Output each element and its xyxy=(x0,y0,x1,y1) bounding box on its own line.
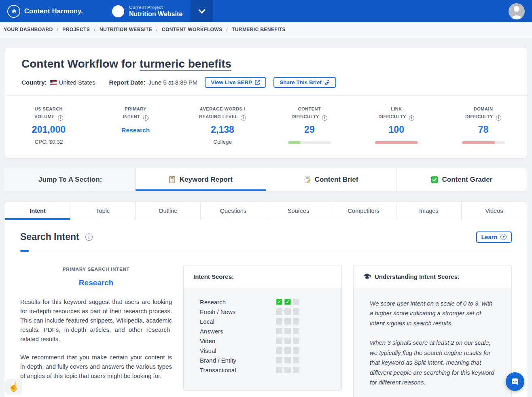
view-live-serp-button[interactable]: View Live SERP xyxy=(205,77,266,88)
stat-value: 100 xyxy=(353,124,440,135)
primary-intent-column: PRIMARY SEARCH INTENT Research Results f… xyxy=(20,265,172,389)
intent-score-row-answers: Answers xyxy=(200,328,299,335)
difficulty-bar-fill xyxy=(375,141,418,144)
tab-questions[interactable]: Questions xyxy=(201,202,266,220)
score-empty-icon xyxy=(293,328,299,334)
info-icon[interactable]: i xyxy=(322,115,327,121)
stat-label: AVERAGE WORDS /READING LEVEL i xyxy=(179,105,266,121)
breadcrumb-item-your-dashboard[interactable]: YOUR DASHBOARD xyxy=(4,27,53,32)
intent-score-label: Video xyxy=(200,338,215,344)
jump-item-label: Keyword Report xyxy=(180,176,233,184)
understanding-paragraph: When 3 signals score at least 2 on our s… xyxy=(370,338,497,388)
primary-intent-value: Research xyxy=(20,278,172,287)
intent-score-row-visual: Visual xyxy=(200,347,299,354)
country-label: Country: xyxy=(21,79,47,86)
link-icon xyxy=(324,80,330,85)
jump-item-content-grader[interactable]: Content Grader xyxy=(396,168,527,191)
user-avatar[interactable] xyxy=(509,3,525,19)
share-brief-button[interactable]: Share This Brief xyxy=(273,77,336,88)
jump-item-content-brief[interactable]: Content Brief xyxy=(266,168,396,191)
score-squares xyxy=(276,357,299,363)
stat-label: US SEARCHVOLUME i xyxy=(5,105,92,121)
project-avatar xyxy=(112,5,124,17)
score-squares: ✓✓ xyxy=(276,299,299,305)
stat-domain-difficulty: DOMAINDIFFICULTY i78 xyxy=(440,105,527,145)
chevron-down-icon xyxy=(199,6,206,13)
jump-item-label: Content Grader xyxy=(442,176,493,184)
section-title: Search Intenti xyxy=(20,231,93,242)
tab-videos[interactable]: Videos xyxy=(462,202,527,220)
stat-value: 201,000 xyxy=(5,124,92,135)
info-icon[interactable]: i xyxy=(58,115,63,121)
breadcrumb-item-nutrition-website[interactable]: NUTRITION WEBSITE xyxy=(100,27,152,32)
score-empty-icon xyxy=(284,357,291,363)
project-selector[interactable]: Current Project Nutrition Website xyxy=(112,5,182,18)
jump-item-keyword-report[interactable]: Keyword Report xyxy=(136,168,266,191)
breadcrumb-item-projects[interactable]: PROJECTS xyxy=(62,27,90,32)
workflow-header-card: Content Workflow for turmeric benefits C… xyxy=(5,48,527,158)
section-head: Search Intenti Learn xyxy=(20,220,512,243)
tab-images[interactable]: Images xyxy=(396,202,462,220)
keyword-highlight: turmeric benefits xyxy=(140,57,231,71)
breadcrumb-item-content-workflows[interactable]: CONTENT WORKFLOWS xyxy=(162,27,222,32)
breadcrumb-separator: / xyxy=(57,27,59,32)
understanding-paragraphs: We score user intent on a scale of 0 to … xyxy=(354,288,511,397)
intent-score-row-transactional: Transactional xyxy=(200,367,299,374)
tab-topic[interactable]: Topic xyxy=(70,202,136,220)
stat-content-difficulty: CONTENTDIFFICULTY i29 xyxy=(266,105,353,145)
score-empty-icon xyxy=(276,328,282,334)
jump-section-label: Jump To A Section: xyxy=(5,168,136,191)
intent-score-rows: Research✓✓Fresh / NewsLocalAnswersVideoV… xyxy=(184,288,341,390)
external-link-icon xyxy=(255,80,260,85)
info-icon[interactable]: i xyxy=(85,234,93,241)
graduation-cap-icon xyxy=(363,273,371,280)
section-divider xyxy=(20,251,512,251)
report-date-label: Report Date: xyxy=(109,79,146,86)
breadcrumb: YOUR DASHBOARD/PROJECTS/NUTRITION WEBSIT… xyxy=(0,22,532,37)
stat-sub: College xyxy=(179,139,266,145)
chat-launcher-button[interactable] xyxy=(506,372,524,391)
score-empty-icon xyxy=(276,318,282,325)
score-empty-icon xyxy=(293,347,299,354)
intent-score-label: Brand / Entity xyxy=(200,357,236,364)
info-icon[interactable]: i xyxy=(409,115,414,121)
stat-value: 78 xyxy=(440,124,527,135)
score-empty-icon xyxy=(276,308,282,315)
score-empty-icon xyxy=(284,367,291,373)
tab-intent[interactable]: Intent xyxy=(5,202,70,220)
stat-value: 2,138 xyxy=(179,124,266,135)
point-up-icon[interactable]: ☝ xyxy=(5,379,22,395)
intent-score-label: Local xyxy=(200,318,214,325)
understanding-paragraph: We score user intent on a scale of 0 to … xyxy=(370,299,497,329)
breadcrumb-item-turmeric-benefits[interactable]: TURMERIC BENEFITS xyxy=(232,27,286,32)
stat-us-search-volume: US SEARCHVOLUME i201,000CPC: $0.32 xyxy=(5,105,92,145)
tab-sources[interactable]: Sources xyxy=(266,202,331,220)
info-icon[interactable]: i xyxy=(143,115,148,121)
tab-competitors[interactable]: Competitors xyxy=(331,202,396,220)
understanding-panel: Understanding Intent Scores: We score us… xyxy=(353,265,512,397)
intent-scores-panel: Intent Scores: Research✓✓Fresh / NewsLoc… xyxy=(183,265,342,391)
stat-label: PRIMARYINTENT i xyxy=(92,105,179,121)
learn-button[interactable]: Learn xyxy=(476,231,512,243)
project-dropdown-toggle[interactable] xyxy=(191,0,213,22)
tab-outline[interactable]: Outline xyxy=(136,202,201,220)
breadcrumb-separator: / xyxy=(94,27,95,32)
stat-label: CONTENTDIFFICULTY i xyxy=(266,105,353,121)
difficulty-bar xyxy=(375,141,418,144)
stat-label: LINKDIFFICULTY i xyxy=(353,105,440,121)
score-empty-icon xyxy=(293,357,299,363)
primary-intent-paragraphs: Results for this keyword suggest that us… xyxy=(20,297,172,380)
stat-link-difficulty: LINKDIFFICULTY i100 xyxy=(353,105,440,145)
intent-score-row-fresh-news: Fresh / News xyxy=(200,308,299,315)
info-icon[interactable]: i xyxy=(241,115,246,121)
stats-row: US SEARCHVOLUME i201,000CPC: $0.32PRIMAR… xyxy=(5,95,527,158)
stat-average-words-reading-level: AVERAGE WORDS /READING LEVEL i2,138Colle… xyxy=(179,105,266,145)
search-intent-section: Search Intenti Learn PRIMARY SEARCH INTE… xyxy=(5,220,527,397)
stat-value: 29 xyxy=(266,124,353,135)
info-icon[interactable]: i xyxy=(496,115,501,121)
main-content: Content Workflow for turmeric benefits C… xyxy=(0,48,532,397)
score-empty-icon xyxy=(276,367,282,373)
brand-block[interactable]: ❀ Content Harmony. xyxy=(0,5,83,18)
score-squares xyxy=(276,338,299,344)
intent-score-label: Fresh / News xyxy=(200,308,235,315)
